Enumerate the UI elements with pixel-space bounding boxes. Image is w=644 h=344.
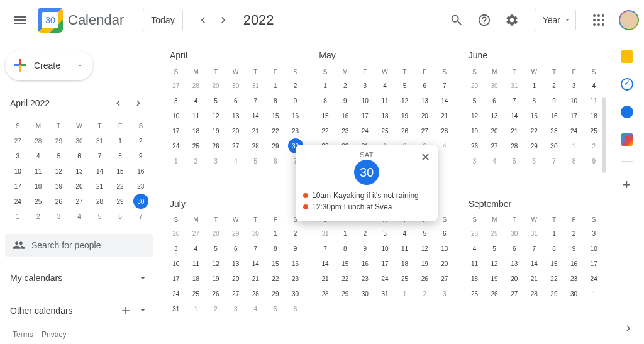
mini-date-cell[interactable]: 20 [72,179,87,194]
popover-date-number[interactable]: 30 [354,160,379,185]
date-cell[interactable]: 8 [268,93,283,108]
scrollbar-thumb[interactable] [602,97,606,173]
date-cell[interactable]: 13 [228,108,243,123]
mini-date-cell[interactable]: 8 [113,148,128,164]
date-cell[interactable]: 3 [586,226,601,241]
date-cell[interactable]: 16 [288,108,303,123]
date-cell[interactable]: 28 [318,287,333,302]
date-cell[interactable]: 28 [437,123,452,138]
google-apps-button[interactable] [586,8,611,33]
my-calendars-section[interactable]: My calendars [5,267,153,289]
date-cell[interactable]: 5 [507,153,522,169]
date-cell[interactable]: 9 [586,153,601,169]
date-cell[interactable]: 28 [248,138,263,153]
date-cell[interactable]: 1 [526,78,541,93]
mini-date-cell[interactable]: 9 [133,148,148,164]
date-cell[interactable]: 19 [208,272,223,287]
date-cell[interactable]: 15 [547,257,562,272]
add-icon[interactable] [119,304,132,317]
date-cell[interactable]: 2 [586,138,601,153]
create-button[interactable]: Create [5,50,93,80]
date-cell[interactable]: 5 [417,226,432,241]
date-cell[interactable]: 5 [467,93,482,108]
date-cell[interactable]: 6 [228,241,243,257]
date-cell[interactable]: 5 [208,93,223,108]
mini-date-cell[interactable]: 25 [31,194,46,209]
date-cell[interactable]: 2 [188,153,203,169]
date-cell[interactable]: 25 [397,272,413,287]
contacts-app-icon[interactable] [621,106,633,118]
mini-next-month[interactable] [128,93,148,113]
mini-date-cell[interactable]: 21 [92,179,108,194]
app-logo[interactable]: 30 Calendar [38,8,124,33]
date-cell[interactable]: 14 [526,257,541,272]
date-cell[interactable]: 14 [318,257,333,272]
date-cell[interactable]: 10 [377,241,392,257]
date-cell[interactable]: 10 [586,241,601,257]
date-cell[interactable]: 7 [248,241,263,257]
date-cell[interactable]: 7 [437,78,452,93]
date-cell[interactable]: 17 [377,257,392,272]
mini-date-cell[interactable]: 27 [10,133,25,148]
other-calendars-section[interactable]: Other calendars [5,299,153,322]
date-cell[interactable]: 8 [338,241,353,257]
date-cell[interactable]: 1 [586,287,601,302]
date-cell[interactable]: 21 [526,272,541,287]
date-cell[interactable]: 30 [288,287,303,302]
date-cell[interactable]: 2 [547,78,562,93]
date-cell[interactable]: 18 [467,272,482,287]
date-cell[interactable]: 26 [169,226,184,241]
date-cell[interactable]: 19 [417,257,432,272]
date-cell[interactable]: 15 [526,108,541,123]
mini-date-cell[interactable]: 4 [31,148,46,164]
date-cell[interactable]: 31 [169,302,184,317]
date-cell[interactable]: 12 [397,93,413,108]
date-cell[interactable]: 3 [357,78,372,93]
date-cell[interactable]: 8 [268,241,283,257]
date-cell[interactable]: 16 [567,257,582,272]
date-cell[interactable]: 31 [318,226,333,241]
date-cell[interactable]: 23 [547,123,562,138]
date-cell[interactable]: 26 [208,138,223,153]
mini-date-cell[interactable]: 24 [10,194,25,209]
date-cell[interactable]: 12 [487,257,502,272]
mini-date-cell[interactable]: 6 [113,209,128,224]
mini-date-cell[interactable]: 10 [10,164,25,179]
date-cell[interactable]: 6 [526,153,541,169]
date-cell[interactable]: 15 [338,257,353,272]
date-cell[interactable]: 6 [487,93,502,108]
date-cell[interactable]: 23 [288,272,303,287]
date-cell[interactable]: 25 [467,287,482,302]
date-cell[interactable]: 2 [567,226,582,241]
date-cell[interactable]: 13 [437,241,452,257]
date-cell[interactable]: 16 [288,257,303,272]
next-period-button[interactable] [213,10,233,30]
date-cell[interactable]: 18 [377,108,392,123]
date-cell[interactable]: 27 [417,123,432,138]
terms-link[interactable]: Terms [13,330,33,339]
date-cell[interactable]: 11 [377,93,392,108]
date-cell[interactable]: 28 [526,287,541,302]
mini-date-cell[interactable]: 19 [51,179,66,194]
date-cell[interactable]: 22 [338,272,353,287]
date-cell[interactable]: 20 [228,123,243,138]
date-cell[interactable]: 23 [338,123,353,138]
view-switcher[interactable]: Year [535,9,576,31]
date-cell[interactable]: 31 [377,287,392,302]
date-cell[interactable]: 16 [338,108,353,123]
mini-date-cell[interactable]: 5 [92,209,108,224]
date-cell[interactable]: 4 [487,153,502,169]
date-cell[interactable]: 9 [357,241,372,257]
date-cell[interactable]: 7 [526,241,541,257]
date-cell[interactable]: 1 [188,302,203,317]
mini-date-cell[interactable]: 18 [31,179,46,194]
date-cell[interactable]: 9 [547,93,562,108]
date-cell[interactable]: 3 [437,287,452,302]
date-cell[interactable]: 29 [338,287,353,302]
mini-date-cell[interactable]: 7 [133,209,148,224]
date-cell[interactable]: 3 [169,241,184,257]
date-cell[interactable]: 15 [318,108,333,123]
mini-date-cell[interactable]: 1 [113,133,128,148]
date-cell[interactable]: 24 [567,123,582,138]
date-cell[interactable]: 10 [169,108,184,123]
